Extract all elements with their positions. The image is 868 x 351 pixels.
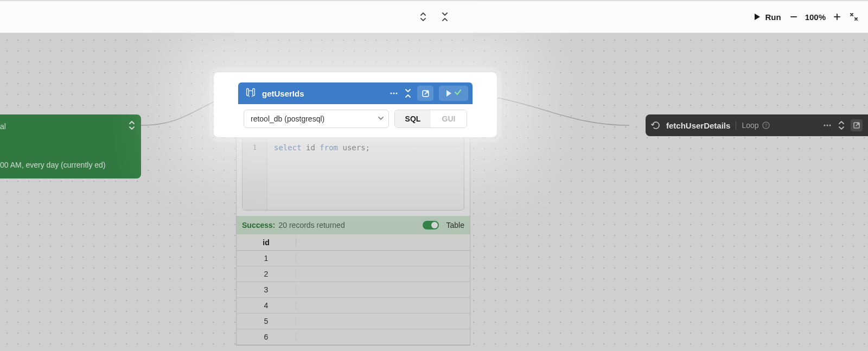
- svg-point-10: [395, 92, 397, 94]
- run-query-button[interactable]: [439, 86, 468, 101]
- table-cell: 3: [237, 285, 296, 294]
- query-node-header: getUserIds: [238, 82, 473, 104]
- fit-view-icon[interactable]: [850, 12, 858, 21]
- svg-point-6: [248, 96, 250, 97]
- postgres-icon: [245, 87, 257, 99]
- table-cell: 4: [237, 301, 296, 310]
- trigger-schedule-text: 00 AM, every day (currently ed): [0, 159, 135, 171]
- status-message: 20 records returned: [278, 221, 344, 229]
- query-status-bar: Success: 20 records returned Table: [236, 216, 470, 234]
- expand-icon[interactable]: [838, 121, 845, 130]
- sql-editor[interactable]: 1 select id from users;: [242, 137, 464, 210]
- table-row[interactable]: 1: [237, 251, 470, 266]
- query-node[interactable]: getUserIds retool_db (postgresql): [238, 82, 473, 133]
- open-external-icon[interactable]: [851, 119, 863, 131]
- expand-vertical-icon[interactable]: [419, 12, 427, 22]
- check-icon: [454, 88, 462, 98]
- resource-select[interactable]: retool_db (postgresql): [244, 110, 389, 128]
- loop-icon: [651, 120, 661, 130]
- more-icon[interactable]: [389, 88, 399, 98]
- svg-point-7: [252, 96, 253, 97]
- table-cell: 5: [237, 317, 296, 326]
- table-row[interactable]: 5: [237, 314, 470, 329]
- more-icon[interactable]: [822, 120, 832, 130]
- column-header-id[interactable]: id: [237, 238, 296, 247]
- svg-point-8: [390, 92, 392, 94]
- view-label: Table: [446, 221, 464, 229]
- zoom-in-button[interactable]: [833, 13, 841, 21]
- trigger-title-fragment: al: [0, 122, 135, 131]
- query-node-highlight: getUserIds retool_db (postgresql): [213, 72, 497, 138]
- zoom-out-button[interactable]: [790, 13, 797, 21]
- table-row[interactable]: 2: [237, 266, 470, 282]
- fetch-node-subtitle: Loop: [742, 121, 758, 130]
- table-cell: 1: [237, 254, 296, 263]
- run-button[interactable]: Run: [754, 12, 781, 22]
- svg-point-4: [829, 125, 831, 126]
- expand-icon[interactable]: [128, 121, 136, 132]
- svg-point-2: [824, 125, 826, 126]
- svg-text:?: ?: [764, 123, 767, 128]
- query-node-lower: 1 select id from users; Success: 20 reco…: [236, 137, 470, 346]
- zoom-level: 100%: [805, 12, 826, 22]
- resource-label: retool_db (postgresql): [251, 114, 324, 123]
- query-node-name: getUserIds: [262, 89, 304, 98]
- run-label: Run: [765, 12, 781, 22]
- table-row[interactable]: 6: [237, 329, 470, 345]
- mode-gui[interactable]: GUI: [431, 110, 467, 127]
- help-icon[interactable]: ?: [762, 122, 770, 129]
- table-toggle[interactable]: [423, 221, 439, 229]
- collapse-icon[interactable]: [404, 89, 412, 98]
- top-toolbar: Run 100%: [0, 0, 868, 33]
- chevron-down-icon: [378, 114, 384, 123]
- table-cell: 2: [237, 270, 296, 278]
- trigger-node[interactable]: al 00 AM, every day (currently ed): [0, 114, 141, 178]
- sql-code[interactable]: select id from users;: [267, 138, 464, 210]
- open-external-button[interactable]: [417, 86, 433, 101]
- svg-point-3: [827, 125, 828, 126]
- collapse-vertical-icon[interactable]: [441, 12, 449, 22]
- fetch-node-title: fetchUserDetails: [666, 121, 730, 130]
- table-row[interactable]: 4: [237, 298, 470, 314]
- mode-sql[interactable]: SQL: [395, 110, 431, 127]
- fetch-node[interactable]: fetchUserDetails Loop ?: [646, 114, 868, 136]
- svg-point-9: [393, 92, 394, 94]
- line-number: 1: [242, 143, 267, 151]
- table-row[interactable]: 3: [237, 282, 470, 298]
- status-label: Success:: [242, 221, 275, 229]
- editor-mode-toggle: SQL GUI: [394, 110, 467, 128]
- results-table: id 123456: [236, 234, 470, 346]
- table-cell: 6: [237, 333, 296, 341]
